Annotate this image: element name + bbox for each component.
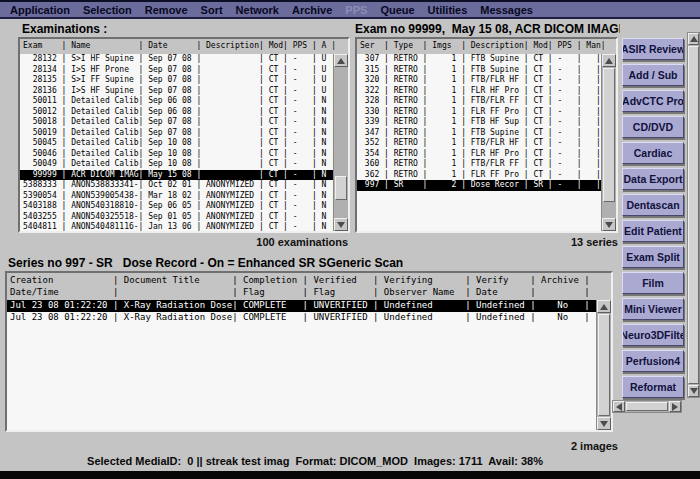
- exams-row[interactable]: 28132 | S>I HF Supine | Sep 07 08 | | CT…: [20, 54, 333, 65]
- exams-row[interactable]: 50046 | Detailed Calib| Sep 10 08 | | CT…: [20, 149, 333, 160]
- series-row[interactable]: 354 | RETRO | 1 | FLR HF Pro | CT | - | …: [357, 149, 601, 160]
- exams-row[interactable]: 28135 | S>I FF Supine | Sep 07 08 | | CT…: [20, 75, 333, 86]
- docs-row[interactable]: Jul 23 08 01:22:20 | X-Ray Radiation Dos…: [7, 300, 596, 312]
- exams-row[interactable]: 28134 | I>S HF Prone | Sep 07 08 | | CT …: [20, 65, 333, 76]
- action-button-column: ASIR ReviewAdd / SubAdvCTC ProCD/DVDCard…: [622, 38, 684, 402]
- series-row[interactable]: 315 | RETRO | 1 | FTB Supine | CT | - | …: [357, 65, 601, 76]
- exams-scroll-down-icon[interactable]: [334, 218, 348, 231]
- documents-title: Series no 997 - SR Dose Record - On = En…: [8, 256, 403, 270]
- exams-row[interactable]: 50012 | Detailed Calib| Sep 06 08 | | CT…: [20, 107, 333, 118]
- actions-scroll-right-icon[interactable]: [669, 401, 681, 412]
- exams-scrollbar[interactable]: [333, 54, 348, 231]
- actions-hscrollbar[interactable]: [612, 400, 682, 413]
- exams-scroll-thumb[interactable]: [335, 176, 347, 200]
- exams-row[interactable]: 5390054 | ANON539005438-| Mar 18 02 | AN…: [20, 191, 333, 202]
- action-button-advctc-pro[interactable]: AdvCTC Pro: [622, 90, 684, 112]
- series-row[interactable]: 322 | RETRO | 1 | FLR HF Pro | CT | - | …: [357, 86, 601, 97]
- series-scroll-down-icon[interactable]: [602, 218, 616, 231]
- action-button-mini-viewer[interactable]: Mini Viewer: [622, 298, 684, 320]
- exams-scroll-up-icon[interactable]: [334, 54, 348, 67]
- series-row[interactable]: 320 | RETRO | 1 | FTB/FLR HF | CT | - | …: [357, 75, 601, 86]
- exams-row[interactable]: 50019 | Detailed Calib| Sep 07 08 | | CT…: [20, 128, 333, 139]
- exams-row[interactable]: 50018 | Detailed Calib| Sep 07 08 | | CT…: [20, 117, 333, 128]
- examinations-title: Examinations :: [22, 22, 107, 36]
- series-row[interactable]: 330 | RETRO | 1 | FLR FF Pro | CT | - | …: [357, 107, 601, 118]
- action-button-dentascan[interactable]: Dentascan: [622, 194, 684, 216]
- action-button-cardiac[interactable]: Cardiac: [622, 142, 684, 164]
- documents-table: Creation | Document Title | Completion |…: [5, 271, 613, 432]
- action-button-film[interactable]: Film: [622, 272, 684, 294]
- documents-scroll-thumb[interactable]: [598, 314, 610, 416]
- documents-scroll-up-icon[interactable]: [597, 300, 611, 313]
- menu-item-queue[interactable]: Queue: [380, 4, 414, 16]
- exams-row[interactable]: 28136 | I>S HF Supine | Sep 07 08 | | CT…: [20, 86, 333, 97]
- action-button-asir-review[interactable]: ASIR Review: [622, 38, 684, 60]
- status-bar: Selected MediaID: 0 || streak test imag …: [0, 455, 630, 467]
- exams-row[interactable]: 50045 | Detailed Calib| Sep 10 08 | | CT…: [20, 138, 333, 149]
- menu-item-network[interactable]: Network: [236, 4, 279, 16]
- exams-header: Exam | Name | Date | Description| Mod| P…: [20, 39, 348, 55]
- actions-scroll-down-icon[interactable]: [688, 385, 699, 397]
- menu-item-application[interactable]: Application: [10, 4, 70, 16]
- actions-scroll-up-icon[interactable]: [688, 33, 699, 45]
- menu-item-selection[interactable]: Selection: [83, 4, 132, 16]
- docs-body: Jul 23 08 01:22:20 | X-Ray Radiation Dos…: [7, 300, 596, 430]
- menu-item-sort[interactable]: Sort: [201, 4, 223, 16]
- exams-row[interactable]: 5388333 | ANON538833341-| Oct 02 01 | AN…: [20, 180, 333, 191]
- documents-scroll-down-icon[interactable]: [597, 417, 611, 430]
- menu-item-pps: PPS: [345, 4, 367, 16]
- actions-hscroll-thumb[interactable]: [626, 402, 668, 411]
- menu-item-remove[interactable]: Remove: [145, 4, 188, 16]
- examinations-count: 100 examinations: [18, 236, 348, 248]
- action-button-exam-split[interactable]: Exam Split: [622, 246, 684, 268]
- docs-header: Creation | Document Title | Completion |…: [7, 273, 611, 301]
- series-row[interactable]: 997 | SR | 2 | Dose Recor | SR | - | |: [357, 180, 601, 191]
- exams-body: 28132 | S>I HF Supine | Sep 07 08 | | CT…: [20, 54, 333, 231]
- exams-row[interactable]: 99999 | ACR DICOM IMAG| May 15 08 | | CT…: [20, 170, 333, 181]
- action-button-edit-patient[interactable]: Edit Patient: [622, 220, 684, 242]
- series-scroll-thumb[interactable]: [603, 68, 615, 202]
- series-table: Ser | Type | Imgs | Description| Mod| PP…: [355, 37, 618, 233]
- series-scrollbar[interactable]: [601, 54, 616, 231]
- series-scroll-up-icon[interactable]: [602, 54, 616, 67]
- series-header: Ser | Type | Imgs | Description| Mod| PP…: [357, 39, 616, 55]
- action-button-cd-dvd[interactable]: CD/DVD: [622, 116, 684, 138]
- action-button-perfusion4[interactable]: Perfusion4: [622, 350, 684, 372]
- series-row[interactable]: 362 | RETRO | 1 | FLR FF Pro | CT | - | …: [357, 170, 601, 181]
- series-count: 13 series: [355, 236, 618, 248]
- action-button-reformat[interactable]: Reformat: [622, 376, 684, 398]
- application-window: ApplicationSelectionRemoveSortNetworkArc…: [0, 0, 700, 479]
- footer-strip: [0, 471, 700, 479]
- series-row[interactable]: 352 | RETRO | 1 | FTB/FLR HF | CT | - | …: [357, 138, 601, 149]
- exams-row[interactable]: 50011 | Detailed Calib| Sep 06 08 | | CT…: [20, 96, 333, 107]
- documents-count: 2 images: [5, 440, 618, 452]
- action-button-add-sub[interactable]: Add / Sub: [622, 64, 684, 86]
- documents-scrollbar[interactable]: [596, 300, 611, 430]
- exams-row[interactable]: 50049 | Detailed Calib| Sep 10 08 | | CT…: [20, 159, 333, 170]
- series-row[interactable]: 339 | RETRO | 1 | FTB HF Sup | CT | - | …: [357, 117, 601, 128]
- series-row[interactable]: 360 | RETRO | 1 | FTB/FLR FF | CT | - | …: [357, 159, 601, 170]
- exams-row[interactable]: 5404811 | ANON540481116-| Jan 13 06 | AN…: [20, 222, 333, 231]
- menu-item-archive[interactable]: Archive: [292, 4, 332, 16]
- series-row[interactable]: 328 | RETRO | 1 | FTB/FLR FF | CT | - | …: [357, 96, 601, 107]
- menu-item-messages[interactable]: Messages: [480, 4, 533, 16]
- actions-scroll-left-icon[interactable]: [613, 401, 625, 412]
- actions-scroll-thumb[interactable]: [688, 46, 699, 384]
- action-button-neuro3dfilte[interactable]: Neuro3DFilte: [622, 324, 684, 346]
- series-row[interactable]: 307 | RETRO | 1 | FTB Supine | CT | - | …: [357, 54, 601, 65]
- series-row[interactable]: 347 | RETRO | 1 | FTB Supine | CT | - | …: [357, 128, 601, 139]
- menu-item-utilities[interactable]: Utilities: [428, 4, 468, 16]
- exams-row[interactable]: 5403188 | ANON540318810-| Sep 06 05 | AN…: [20, 201, 333, 212]
- examinations-table: Exam | Name | Date | Description| Mod| P…: [18, 37, 350, 233]
- series-body: 307 | RETRO | 1 | FTB Supine | CT | - | …: [357, 54, 601, 231]
- exams-row[interactable]: 5403255 | ANON540325518-| Sep 01 05 | AN…: [20, 212, 333, 223]
- series-panel-title: Exam no 99999, May 15 08, ACR DICOM IMAG…: [355, 22, 620, 36]
- docs-row[interactable]: Jul 23 08 01:22:20 | X-Ray Radiation Dos…: [7, 312, 596, 324]
- actions-scrollbar[interactable]: [687, 32, 700, 398]
- menu-bar: ApplicationSelectionRemoveSortNetworkArc…: [0, 0, 700, 19]
- action-button-data-export[interactable]: Data Export: [622, 168, 684, 190]
